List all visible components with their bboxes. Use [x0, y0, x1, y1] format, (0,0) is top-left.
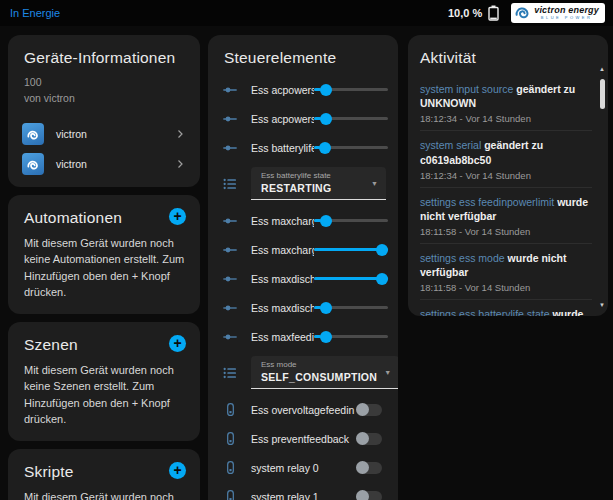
toggle-system-relay-0[interactable] [356, 462, 382, 474]
automations-empty-text: Mit diesem Gerät wurden noch keine Autom… [20, 233, 188, 314]
control-label: Ess preventfeedback [251, 433, 356, 445]
logbook-entry: settings ess feedinpowerlimitwurde nicht… [420, 187, 592, 243]
control-row-slider: Ess maxcharg… [216, 206, 390, 235]
chevron-right-icon [174, 158, 186, 170]
control-label: Ess maxcharg… [251, 244, 314, 256]
breadcrumb[interactable]: In Energie [10, 7, 60, 19]
battery-percent: 10,0 % [448, 7, 482, 19]
control-row-slider: Ess acpowers… [216, 75, 390, 104]
device-link-row[interactable]: victron [20, 149, 188, 179]
battery-icon [488, 5, 499, 21]
logbook-entry: settings ess batterylife statewurde nich… [420, 299, 592, 316]
logbook-list: system input sourcegeändert zu UNKNOWN 1… [420, 75, 608, 316]
control-row-slider: Ess maxcharg… [216, 235, 390, 264]
slider-ess-maxdischarge[interactable] [314, 272, 388, 286]
control-row-slider: Ess maxdisch… [216, 264, 390, 293]
control-label: Ess maxfeedi… [251, 331, 314, 343]
control-label: Ess overvoltagefeedin [251, 404, 356, 416]
add-script-button[interactable]: + [169, 462, 186, 479]
toggle-ess-overvoltagefeedin[interactable] [356, 404, 382, 416]
select-value: RESTARTING [261, 182, 364, 194]
logbook-entry: settings ess modewurde nicht verfügbar 1… [420, 243, 592, 299]
victron-app-icon [22, 153, 44, 175]
scenes-title: Szenen [20, 322, 78, 360]
device-manufacturer: von victron [20, 91, 188, 107]
device-link-label: victron [56, 158, 162, 170]
control-label: Ess batterylife… [251, 142, 314, 154]
slider-entity-icon [222, 82, 238, 98]
slider-ess-acpowers[interactable] [314, 83, 388, 97]
select-label: Ess batterylife state [261, 171, 364, 180]
slider-entity-icon [222, 242, 238, 258]
select-value: SELF_CONSUMPTION [261, 371, 377, 383]
toggle-entity-icon [222, 460, 238, 476]
slider-entity-icon [222, 111, 238, 127]
entry-time: 18:11:58 - Vor 14 Stunden [420, 226, 592, 237]
control-row-select: Ess mode SELF_CONSUMPTION ▼ [216, 356, 390, 389]
chevron-right-icon [174, 128, 186, 140]
control-label: system relay 1 [251, 491, 356, 500]
scenes-card: Szenen + Mit diesem Gerät wurden noch ke… [8, 322, 200, 441]
select-ess-mode[interactable]: Ess mode SELF_CONSUMPTION ▼ [251, 356, 398, 389]
entity-link[interactable]: system input source [420, 83, 516, 95]
scripts-title: Skripte [20, 449, 74, 487]
slider-ess-batterylife[interactable] [314, 141, 388, 155]
add-scene-button[interactable]: + [169, 335, 186, 352]
slider-ess-maxdischarge[interactable] [314, 301, 388, 315]
control-label: Ess maxdisch… [251, 302, 314, 314]
add-automation-button[interactable]: + [169, 208, 186, 225]
device-info-card: Geräte-Informationen 100 von victron vic… [8, 35, 200, 187]
scrollbar-thumb[interactable] [600, 79, 605, 109]
device-link-row[interactable]: victron [20, 119, 188, 149]
slider-ess-maxfeedin[interactable] [314, 330, 388, 344]
slider-ess-acpowers[interactable] [314, 112, 388, 126]
control-label: Ess maxcharg… [251, 215, 314, 227]
slider-ess-maxcharge[interactable] [314, 243, 388, 257]
control-row-toggle: system relay 1 [216, 482, 390, 500]
automations-card: Automationen + Mit diesem Gerät wurden n… [8, 195, 200, 314]
slider-entity-icon [222, 329, 238, 345]
control-row-toggle: system relay 0 [216, 453, 390, 482]
device-info-title: Geräte-Informationen [20, 35, 188, 75]
automations-title: Automationen [20, 195, 122, 233]
select-ess-batterylife-state[interactable]: Ess batterylife state RESTARTING ▼ [251, 167, 386, 200]
control-label: Ess acpowers… [251, 113, 314, 125]
top-bar: In Energie 10,0 % victron energy BLUE PO… [0, 0, 613, 26]
entry-time: 18:11:58 - Vor 14 Stunden [420, 282, 592, 293]
device-model: 100 [20, 75, 188, 91]
dropdown-caret-icon: ▼ [371, 180, 378, 187]
entity-link[interactable]: settings ess batterylife state [420, 308, 553, 316]
scenes-empty-text: Mit diesem Gerät wurden noch keine Szene… [20, 360, 188, 441]
dropdown-caret-icon: ▼ [384, 369, 391, 376]
activity-title: Aktivität [420, 35, 608, 75]
entity-link[interactable]: settings ess mode [420, 252, 508, 264]
entry-time: 18:12:34 - Vor 14 Stunden [420, 113, 592, 124]
controls-card: Steuerelemente Ess acpowers… Ess acpower… [208, 35, 398, 500]
toggle-ess-preventfeedback[interactable] [356, 433, 382, 445]
toggle-system-relay-1[interactable] [356, 491, 382, 500]
control-label: Ess maxdisch… [251, 273, 314, 285]
list-icon [222, 176, 238, 192]
toggle-entity-icon [222, 431, 238, 447]
scripts-empty-text: Mit diesem Gerät wurden noch keine Skrip… [20, 487, 188, 500]
control-label: Ess acpowers… [251, 84, 314, 96]
control-row-slider: Ess maxdisch… [216, 293, 390, 322]
logbook-entry: system input sourcegeändert zu UNKNOWN 1… [420, 75, 592, 130]
victron-logo: victron energy BLUE POWER [511, 3, 605, 23]
scroll-down-icon[interactable]: ▼ [599, 302, 605, 308]
victron-swirl-icon [514, 4, 531, 23]
select-label: Ess mode [261, 360, 377, 369]
victron-app-icon [22, 123, 44, 145]
control-label: system relay 0 [251, 462, 356, 474]
slider-entity-icon [222, 140, 238, 156]
slider-ess-maxcharge[interactable] [314, 214, 388, 228]
device-page: Geräte-Informationen 100 von victron vic… [0, 26, 613, 500]
scroll-up-icon[interactable]: ▲ [599, 66, 605, 72]
activity-card: Aktivität system input sourcegeändert zu… [408, 35, 608, 316]
logo-wordmark: victron energy [534, 6, 599, 15]
entity-link[interactable]: system serial [420, 139, 484, 151]
entity-link[interactable]: settings ess feedinpowerlimit [420, 196, 557, 208]
slider-entity-icon [222, 213, 238, 229]
scripts-card: Skripte + Mit diesem Gerät wurden noch k… [8, 449, 200, 500]
control-row-select: Ess batterylife state RESTARTING ▼ [216, 167, 390, 200]
